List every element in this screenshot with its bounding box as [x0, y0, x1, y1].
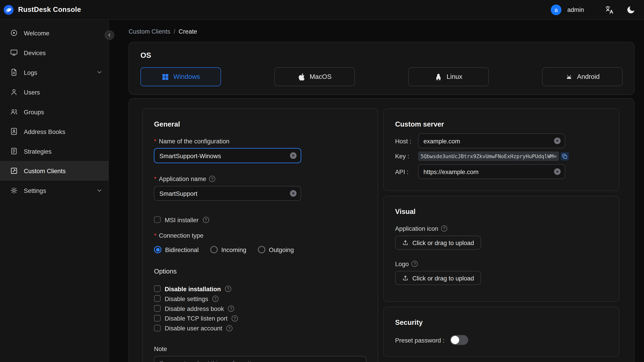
sidebar-item-users[interactable]: Users — [0, 82, 108, 102]
toggle-knob — [451, 336, 459, 344]
os-button-windows[interactable]: Windows — [140, 68, 221, 86]
application-name-input[interactable] — [159, 190, 288, 197]
sidebar-item-label: Groups — [24, 108, 44, 115]
user-avatar[interactable]: a — [551, 4, 562, 15]
sidebar-item-settings[interactable]: Settings — [0, 180, 108, 200]
breadcrumb-current: Create — [178, 28, 197, 35]
sidebar-item-custom-clients[interactable]: Custom Clients — [0, 161, 108, 180]
disable-tcp-listen-port-checkbox[interactable] — [154, 315, 160, 322]
connection-type-group: Bidirectional Incoming Outgoing — [154, 246, 366, 253]
strategies-icon — [10, 147, 18, 155]
logo-upload-button[interactable]: Click or drag to upload — [395, 271, 481, 285]
copy-icon[interactable] — [561, 152, 569, 160]
sidebar-item-address-books[interactable]: Address Books — [0, 122, 108, 141]
key-value: 5Qbwsde3unUcJBtrx9ZkvUmwFNoExHzpryHuPUdq… — [418, 152, 559, 161]
help-icon[interactable] — [441, 225, 447, 231]
api-input[interactable] — [424, 168, 552, 175]
preset-password-label: Preset password : — [395, 336, 444, 344]
disable-installation-checkbox[interactable] — [154, 286, 160, 292]
application-name-label-text: Application name — [159, 175, 206, 182]
clear-icon[interactable] — [290, 152, 296, 159]
welcome-icon — [10, 29, 18, 37]
app-root: RustDesk Console a admin Welcome — [0, 0, 644, 362]
help-icon[interactable] — [232, 315, 238, 321]
api-field — [418, 164, 565, 179]
clear-icon[interactable] — [554, 138, 561, 144]
language-icon[interactable] — [604, 5, 614, 14]
msi-installer-checkbox[interactable] — [154, 216, 160, 223]
sidebar-item-groups[interactable]: Groups — [0, 102, 108, 122]
sidebar-item-label: Custom Clients — [24, 167, 66, 174]
radio-outgoing[interactable]: Outgoing — [258, 246, 294, 253]
options-title: Options — [154, 267, 366, 276]
note-textarea[interactable] — [154, 356, 366, 362]
os-panel: OS Windows MacOS — [128, 42, 634, 95]
user-name: admin — [567, 6, 584, 13]
apple-icon — [298, 73, 306, 81]
rustdesk-logo-icon — [3, 4, 14, 15]
host-input[interactable] — [424, 137, 552, 144]
radio-label: Bidirectional — [165, 246, 199, 253]
options-list: Disable installation Disable settings Di… — [154, 284, 366, 333]
os-button-linux[interactable]: Linux — [408, 68, 489, 86]
linux-icon — [435, 73, 442, 81]
option-label: Disable address book — [165, 305, 224, 312]
disable-address-book-checkbox[interactable] — [154, 305, 160, 312]
custom-server-title: Custom server — [395, 120, 608, 128]
help-icon[interactable] — [412, 260, 418, 266]
application-name-label: Application name — [154, 174, 366, 183]
application-icon-upload-button[interactable]: Click or drag to upload — [395, 236, 481, 250]
upload-button-label: Click or drag to upload — [412, 239, 474, 246]
radio-label: Incoming — [221, 246, 246, 253]
host-field — [418, 134, 565, 148]
breadcrumb-parent[interactable]: Custom Clients — [128, 28, 170, 35]
help-icon[interactable] — [226, 325, 232, 331]
sidebar-collapse-button[interactable] — [105, 30, 114, 40]
sidebar-item-logs[interactable]: Logs — [0, 62, 108, 82]
security-title: Security — [395, 318, 608, 327]
os-button-android[interactable]: Android — [542, 68, 622, 86]
api-row: API : — [395, 164, 608, 179]
help-icon[interactable] — [203, 216, 209, 223]
preset-password-toggle[interactable] — [450, 335, 468, 345]
sidebar-item-strategies[interactable]: Strategies — [0, 141, 108, 161]
radio-bidirectional[interactable]: Bidirectional — [154, 246, 198, 253]
create-form-panel: General Name of the configuration Applic… — [128, 98, 634, 362]
config-name-input[interactable] — [159, 152, 288, 159]
host-label: Host : — [395, 137, 418, 144]
logo-label: Logo — [395, 260, 608, 268]
os-button-macos[interactable]: MacOS — [274, 68, 355, 86]
radio-label: Outgoing — [269, 246, 294, 253]
dark-mode-icon[interactable] — [626, 5, 636, 14]
help-icon[interactable] — [228, 305, 234, 311]
os-button-label: Android — [577, 73, 600, 80]
help-icon[interactable] — [209, 176, 215, 182]
api-label: API : — [395, 168, 418, 175]
clear-icon[interactable] — [290, 190, 296, 197]
disable-settings-checkbox[interactable] — [154, 295, 160, 302]
upload-button-label: Click or drag to upload — [412, 274, 474, 281]
top-right-controls: a admin — [551, 4, 636, 15]
security-card: Security Preset password : — [383, 307, 619, 357]
help-icon[interactable] — [212, 296, 218, 302]
option-disable-tcp-listen-port: Disable TCP listen port — [154, 314, 366, 323]
sidebar-item-welcome[interactable]: Welcome — [0, 23, 108, 43]
android-icon — [565, 73, 573, 81]
windows-icon — [161, 73, 169, 81]
application-icon-label-text: Application icon — [395, 225, 438, 232]
disable-user-account-checkbox[interactable] — [154, 325, 160, 331]
clear-icon[interactable] — [554, 168, 561, 175]
help-icon[interactable] — [225, 286, 231, 292]
option-label: Disable settings — [165, 295, 208, 302]
custom-server-card: Custom server Host : Key : 5Qbwsde3unUcJ… — [383, 108, 619, 191]
sidebar-item-devices[interactable]: Devices — [0, 43, 108, 62]
option-disable-installation: Disable installation — [154, 284, 366, 294]
option-label: Disable user account — [165, 324, 222, 332]
address-books-icon — [10, 127, 18, 136]
chevron-down-icon — [96, 69, 103, 76]
os-button-label: MacOS — [310, 73, 332, 80]
devices-icon — [10, 48, 18, 57]
sidebar-item-label: Logs — [24, 69, 37, 76]
sidebar-item-label: Address Books — [24, 128, 65, 135]
radio-incoming[interactable]: Incoming — [210, 246, 246, 253]
